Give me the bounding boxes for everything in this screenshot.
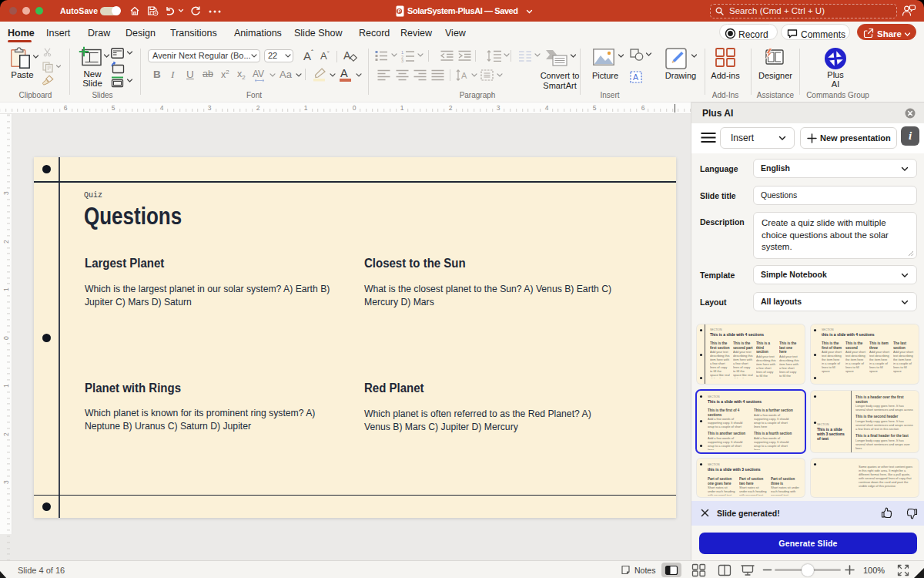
svg-text:A: A — [461, 71, 467, 80]
svg-text:3: 3 — [401, 59, 403, 63]
svg-text:A: A — [343, 49, 351, 62]
svg-text:A: A — [633, 72, 638, 82]
